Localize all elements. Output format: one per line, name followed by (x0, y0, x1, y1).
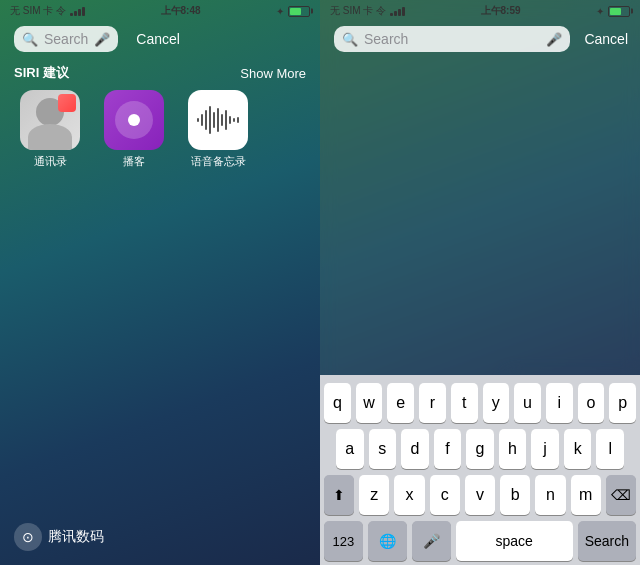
key-h[interactable]: h (499, 429, 527, 469)
right-search-bar[interactable]: 🔍 Search 🎤 (334, 26, 570, 52)
right-search-icon: 🔍 (342, 32, 358, 47)
show-more-button[interactable]: Show More (240, 66, 306, 81)
key-x[interactable]: x (394, 475, 424, 515)
key-l[interactable]: l (596, 429, 624, 469)
siri-title: SIRI 建议 (14, 64, 69, 82)
space-key[interactable]: space (456, 521, 573, 561)
svg-rect-3 (209, 106, 211, 134)
keyboard-bottom-row: 123 🌐 🎤 space Search (324, 521, 636, 561)
key-e[interactable]: e (387, 383, 414, 423)
search-key[interactable]: Search (578, 521, 636, 561)
globe-key[interactable]: 🌐 (368, 521, 407, 561)
contacts-icon (20, 90, 80, 150)
left-panel: 无 SIM 卡 令 上午8:48 ✦ 🔍 Search 🎤 Cancel (0, 0, 320, 565)
key-d[interactable]: d (401, 429, 429, 469)
key-f[interactable]: f (434, 429, 462, 469)
svg-rect-9 (233, 118, 235, 122)
waveform-svg (193, 100, 243, 140)
svg-rect-5 (217, 108, 219, 132)
voice-memo-icon (188, 90, 248, 150)
left-status-right: ✦ (276, 6, 310, 17)
numbers-key[interactable]: 123 (324, 521, 363, 561)
right-mic-icon: 🎤 (546, 32, 562, 47)
svg-rect-2 (205, 110, 207, 130)
right-status-bar: 无 SIM 卡 令 上午8:59 ✦ (320, 0, 640, 22)
svg-rect-8 (229, 116, 231, 124)
app-contacts[interactable]: 通讯录 (14, 90, 86, 169)
key-t[interactable]: t (451, 383, 478, 423)
key-m[interactable]: m (571, 475, 601, 515)
right-battery-icon (608, 6, 630, 17)
mic-icon: 🎤 (94, 32, 110, 47)
keyboard-row-3: ⬆ z x c v b n m ⌫ (324, 475, 636, 515)
watermark-logo: ⊙ (14, 523, 42, 551)
key-o[interactable]: o (578, 383, 605, 423)
svg-rect-1 (201, 114, 203, 126)
right-time: 上午8:59 (481, 4, 521, 18)
bluetooth-icon: ✦ (276, 6, 284, 17)
key-u[interactable]: u (514, 383, 541, 423)
siri-section: SIRI 建议 Show More 通讯录 播客 (0, 56, 320, 173)
left-search-row: 🔍 Search 🎤 Cancel (0, 22, 320, 56)
battery-icon (288, 6, 310, 17)
contacts-label: 通讯录 (34, 154, 67, 169)
key-i[interactable]: i (546, 383, 573, 423)
watermark: ⊙ 腾讯数码 (14, 523, 104, 551)
key-v[interactable]: v (465, 475, 495, 515)
signal-icon (70, 7, 85, 16)
svg-rect-10 (237, 117, 239, 123)
left-time: 上午8:48 (161, 4, 201, 18)
keyboard-row-2: a s d f g h j k l (324, 429, 636, 469)
left-status-bar: 无 SIM 卡 令 上午8:48 ✦ (0, 0, 320, 22)
search-icon: 🔍 (22, 32, 38, 47)
svg-rect-7 (225, 110, 227, 130)
key-p[interactable]: p (609, 383, 636, 423)
right-cancel-button[interactable]: Cancel (576, 31, 636, 47)
left-carrier: 无 SIM 卡 令 (10, 4, 85, 18)
key-z[interactable]: z (359, 475, 389, 515)
siri-apps: 通讯录 播客 (14, 90, 306, 169)
right-carrier: 无 SIM 卡 令 (330, 4, 405, 18)
left-search-bar[interactable]: 🔍 Search 🎤 (14, 26, 118, 52)
app-podcast[interactable]: 播客 (98, 90, 170, 169)
key-r[interactable]: r (419, 383, 446, 423)
right-search-row: 🔍 Search 🎤 Cancel (320, 22, 640, 56)
key-s[interactable]: s (369, 429, 397, 469)
shift-key[interactable]: ⬆ (324, 475, 354, 515)
svg-rect-4 (213, 112, 215, 128)
right-bluetooth-icon: ✦ (596, 6, 604, 17)
right-status-right: ✦ (596, 6, 630, 17)
svg-rect-6 (221, 114, 223, 126)
key-c[interactable]: c (430, 475, 460, 515)
contacts-badge (58, 94, 76, 112)
app-voice-memo[interactable]: 语音备忘录 (182, 90, 254, 169)
right-signal-icon (390, 7, 405, 16)
key-b[interactable]: b (500, 475, 530, 515)
right-panel: 无 SIM 卡 令 上午8:59 ✦ 🔍 Search 🎤 Cancel (320, 0, 640, 565)
key-q[interactable]: q (324, 383, 351, 423)
podcast-icon (104, 90, 164, 150)
left-cancel-button[interactable]: Cancel (128, 31, 188, 47)
key-j[interactable]: j (531, 429, 559, 469)
podcast-label: 播客 (123, 154, 145, 169)
right-search-placeholder: Search (364, 31, 540, 47)
key-a[interactable]: a (336, 429, 364, 469)
siri-header: SIRI 建议 Show More (14, 64, 306, 82)
keyboard-row-1: q w e r t y u i o p (324, 383, 636, 423)
svg-rect-0 (197, 118, 199, 122)
key-k[interactable]: k (564, 429, 592, 469)
keyboard-mic-key[interactable]: 🎤 (412, 521, 451, 561)
watermark-text: 腾讯数码 (48, 528, 104, 546)
key-g[interactable]: g (466, 429, 494, 469)
voice-memo-label: 语音备忘录 (191, 154, 246, 169)
left-search-placeholder: Search (44, 31, 88, 47)
keyboard: q w e r t y u i o p a s d f g h j k l ⬆ … (320, 375, 640, 565)
key-y[interactable]: y (483, 383, 510, 423)
key-w[interactable]: w (356, 383, 383, 423)
delete-key[interactable]: ⌫ (606, 475, 636, 515)
key-n[interactable]: n (535, 475, 565, 515)
